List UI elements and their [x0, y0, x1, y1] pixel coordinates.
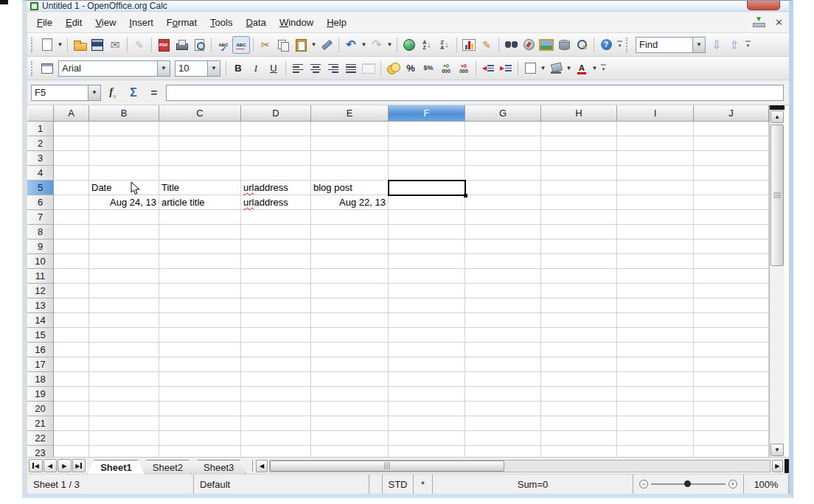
- grid-cell[interactable]: [241, 343, 311, 357]
- grid-cell[interactable]: [465, 372, 541, 387]
- grid-cell[interactable]: [389, 269, 465, 284]
- selection-mode-status[interactable]: STD: [383, 475, 414, 494]
- row-header-20[interactable]: 20: [27, 402, 54, 416]
- grid-cell[interactable]: [159, 431, 241, 446]
- grid-cell[interactable]: [389, 446, 465, 457]
- grid-cell[interactable]: [311, 416, 389, 431]
- print-button[interactable]: [173, 36, 190, 54]
- column-header-F[interactable]: F: [389, 105, 465, 122]
- column-header-I[interactable]: I: [617, 105, 694, 122]
- grid-cell[interactable]: [694, 357, 769, 372]
- grid-cell[interactable]: [541, 431, 617, 446]
- underline-button[interactable]: U: [265, 60, 282, 77]
- grid-cell[interactable]: [389, 372, 465, 387]
- cell-B6[interactable]: Aug 24, 13: [89, 195, 159, 210]
- bold-button[interactable]: B: [229, 60, 247, 77]
- grid-cell[interactable]: [541, 151, 617, 166]
- font-size-combobox[interactable]: 10▼: [175, 60, 220, 77]
- sort-ascending-button[interactable]: AZ: [418, 36, 436, 54]
- grid-cell[interactable]: [541, 195, 617, 210]
- name-box[interactable]: F5 ▼: [31, 85, 101, 101]
- background-color-dropdown-icon[interactable]: ▼: [565, 60, 573, 77]
- grid-cell[interactable]: [617, 446, 694, 457]
- window-close-button[interactable]: [747, 1, 780, 10]
- italic-button[interactable]: I: [247, 60, 265, 77]
- grid-cell[interactable]: [241, 357, 311, 372]
- grid-cell[interactable]: [241, 402, 311, 416]
- spellcheck-button[interactable]: ABC: [215, 36, 232, 54]
- grid-cell[interactable]: [159, 343, 241, 357]
- grid-cell[interactable]: [54, 151, 89, 166]
- grid-cell[interactable]: [617, 122, 694, 136]
- align-left-button[interactable]: [289, 60, 307, 77]
- grid-cell[interactable]: [54, 239, 89, 254]
- grid-cell[interactable]: [54, 313, 89, 328]
- row-header-14[interactable]: 14: [27, 313, 54, 328]
- grid-cell[interactable]: [694, 372, 769, 387]
- select-all-corner[interactable]: [27, 105, 54, 122]
- grid-cell[interactable]: [241, 416, 311, 431]
- cell-C5[interactable]: Title: [159, 181, 241, 195]
- grid-cell[interactable]: [311, 431, 389, 446]
- grid-cell[interactable]: [617, 298, 694, 313]
- find-replace-button[interactable]: [502, 36, 520, 54]
- grid-cell[interactable]: [54, 446, 89, 457]
- cell-E6[interactable]: Aug 22, 13: [311, 195, 389, 210]
- find-text-combobox[interactable]: Find▼: [636, 37, 706, 53]
- grid-cell[interactable]: [389, 254, 465, 269]
- grid-cell[interactable]: [541, 239, 617, 254]
- zoom-slider-marker[interactable]: [684, 480, 691, 487]
- zoom-level-status[interactable]: 100%: [743, 475, 789, 494]
- grid-cell[interactable]: [389, 239, 465, 254]
- grid-cell[interactable]: [617, 357, 694, 372]
- grid-cell[interactable]: [54, 328, 89, 343]
- currency-button[interactable]: [384, 60, 402, 77]
- grid-cell[interactable]: [311, 166, 389, 181]
- toolbar-grip[interactable]: [31, 61, 35, 76]
- menu-edit[interactable]: Edit: [59, 14, 88, 31]
- grid-cell[interactable]: [465, 313, 541, 328]
- row-header-6[interactable]: 6: [27, 195, 54, 210]
- grid-cell[interactable]: [617, 343, 694, 357]
- grid-cell[interactable]: [89, 210, 159, 225]
- row-header-18[interactable]: 18: [27, 372, 54, 387]
- vertical-split-handle[interactable]: [770, 105, 785, 110]
- grid-cell[interactable]: [465, 136, 541, 151]
- find-text-dropdown-icon[interactable]: ▼: [692, 38, 705, 52]
- find-previous-button[interactable]: ⇧: [726, 36, 743, 54]
- cell-C6[interactable]: article title: [159, 195, 241, 210]
- paste-dropdown-icon[interactable]: ▼: [310, 36, 318, 54]
- grid-cell[interactable]: [241, 166, 311, 181]
- grid-cell[interactable]: [617, 225, 694, 239]
- grid-cell[interactable]: [54, 416, 89, 431]
- row-header-1[interactable]: 1: [27, 122, 54, 136]
- grid-cell[interactable]: [311, 210, 389, 225]
- grid-cell[interactable]: [694, 269, 769, 284]
- grid-cell[interactable]: [89, 372, 159, 387]
- grid-cell[interactable]: [54, 357, 89, 372]
- close-document-icon[interactable]: ✕: [775, 18, 783, 27]
- grid-cell[interactable]: [311, 254, 389, 269]
- next-sheet-button[interactable]: ▶: [58, 459, 72, 472]
- cell-D6[interactable]: url address: [241, 195, 311, 210]
- column-header-B[interactable]: B: [89, 105, 159, 122]
- grid-cell[interactable]: [694, 343, 769, 357]
- percent-button[interactable]: %: [402, 60, 420, 77]
- column-header-G[interactable]: G: [465, 105, 541, 122]
- row-header-12[interactable]: 12: [27, 284, 54, 298]
- toolbar-grip[interactable]: [31, 38, 35, 52]
- grid-cell[interactable]: [89, 269, 159, 284]
- grid-cell[interactable]: [617, 431, 694, 446]
- grid-cell[interactable]: [694, 195, 769, 210]
- sheet-position-status[interactable]: Sheet 1 / 3: [27, 475, 194, 494]
- last-sheet-button[interactable]: ▶: [72, 459, 86, 472]
- grid-cell[interactable]: [241, 284, 311, 298]
- draw-functions-button[interactable]: ✎: [478, 36, 495, 54]
- grid-cell[interactable]: [541, 298, 617, 313]
- grid-cell[interactable]: [54, 225, 89, 239]
- grid-cell[interactable]: [617, 387, 694, 402]
- grid-cell[interactable]: [617, 328, 694, 343]
- grid-cell[interactable]: [465, 254, 541, 269]
- toolbar-overflow-button[interactable]: ▾: [743, 36, 753, 54]
- grid-cell[interactable]: [241, 210, 311, 225]
